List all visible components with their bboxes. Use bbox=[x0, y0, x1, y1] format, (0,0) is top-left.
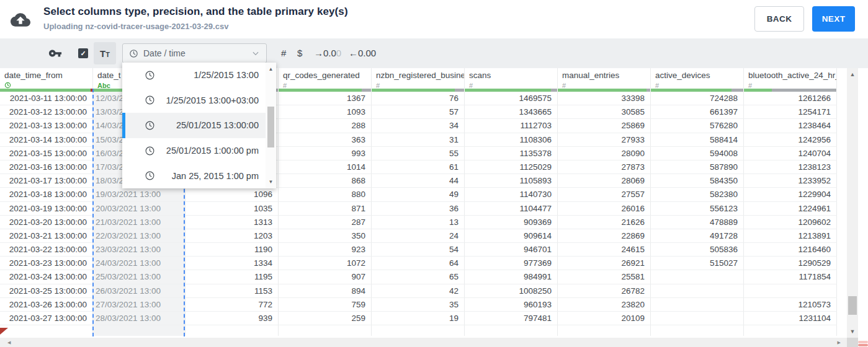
format-option[interactable]: 25/01/2015 13:00:00 bbox=[122, 113, 266, 138]
table-cell: 2021-03-19 13:00:00 bbox=[0, 202, 93, 216]
column-header-nzbn_registered_busine[interactable]: nzbn_registered_busine# bbox=[372, 68, 465, 89]
primary-key-icon[interactable] bbox=[48, 46, 62, 60]
table-cell: 2021-03-13 13:00:00 bbox=[0, 119, 93, 133]
page-title: Select columns type, precision, and the … bbox=[43, 6, 348, 18]
decrease-decimals-button[interactable]: →0.00 bbox=[314, 38, 341, 68]
table-cell: 2021-03-12 13:00:00 bbox=[0, 105, 93, 119]
table-cell: 2021-03-18 13:00:00 bbox=[0, 188, 93, 201]
table-cell: 478889 bbox=[651, 216, 744, 229]
table-cell: 2021-03-14 13:00:00 bbox=[0, 133, 93, 147]
table-cell: 33398 bbox=[558, 92, 651, 105]
back-button[interactable]: BACK bbox=[754, 6, 804, 32]
table-cell: 1233952 bbox=[744, 174, 837, 188]
table-cell: 1238123 bbox=[744, 160, 837, 174]
table-cell: 35 bbox=[372, 298, 465, 312]
table-cell: 19/03/2021 13:00 bbox=[93, 188, 186, 201]
scrollbar-corner bbox=[847, 338, 858, 347]
table-cell: 594008 bbox=[651, 147, 744, 160]
scroll-right-icon[interactable]: ▶ bbox=[838, 338, 841, 347]
table-cell: 28090 bbox=[558, 147, 651, 160]
table-cell: 24 bbox=[372, 229, 465, 243]
format-option[interactable]: Jan 25, 2015 1:00 pm bbox=[122, 163, 266, 188]
column-type: # bbox=[469, 81, 557, 89]
clock-icon bbox=[129, 49, 138, 58]
table-cell: 1105893 bbox=[465, 174, 558, 188]
column-header-manual_entries[interactable]: manual_entries# bbox=[558, 68, 651, 89]
table-cell: 27/03/2021 13:00 bbox=[93, 298, 186, 312]
clock-icon bbox=[145, 70, 155, 81]
vertical-scrollbar[interactable]: ▲ ▼ bbox=[847, 68, 858, 338]
increase-decimals-button[interactable]: ←0.00 bbox=[349, 38, 376, 68]
table-cell: 1195 bbox=[186, 270, 279, 284]
number-type-indicator: # bbox=[469, 82, 473, 89]
scroll-up-icon[interactable]: ▲ bbox=[847, 71, 858, 77]
table-cell: 1240704 bbox=[744, 147, 837, 160]
upload-status-text: Uploading nz-covid-tracer-usage-2021-03-… bbox=[43, 22, 228, 31]
table-cell: 2021-03-24 13:00:00 bbox=[0, 270, 93, 284]
scroll-down-icon[interactable]: ▼ bbox=[847, 328, 858, 335]
column-header-bluetooth_active_24_hr_[interactable]: bluetooth_active_24_hr_# bbox=[744, 68, 837, 89]
table-cell bbox=[744, 325, 837, 336]
table-cell: 2021-03-27 13:00:00 bbox=[0, 312, 93, 325]
menu-scrollbar[interactable]: ▲ ▼ bbox=[266, 63, 276, 188]
number-type-indicator: # bbox=[562, 82, 566, 89]
number-type-button[interactable]: # bbox=[281, 38, 286, 68]
table-cell: 1203 bbox=[186, 229, 279, 243]
format-option-label: 1/25/2015 13:00+03:00 bbox=[155, 95, 266, 105]
checkmark-icon: ✓ bbox=[80, 50, 86, 57]
table-cell: 54 bbox=[372, 243, 465, 257]
column-header-scans[interactable]: scans# bbox=[465, 68, 558, 89]
scroll-left-icon[interactable]: ◀ bbox=[7, 338, 11, 347]
column-header-qr_codes_generated[interactable]: qr_codes_generated# bbox=[279, 68, 372, 89]
column-type: # bbox=[562, 81, 650, 89]
table-cell: 1367 bbox=[279, 92, 372, 105]
table-cell: 287 bbox=[279, 216, 372, 229]
table-cell: 57 bbox=[372, 105, 465, 119]
table-cell: 2021-03-21 13:00:00 bbox=[0, 229, 93, 243]
scroll-down-icon[interactable]: ▼ bbox=[266, 179, 276, 185]
currency-type-button[interactable]: $ bbox=[297, 38, 302, 68]
table-cell: 1334 bbox=[186, 257, 279, 270]
column-header-date_time_from[interactable]: date_time_from bbox=[0, 68, 93, 89]
table-cell bbox=[372, 325, 465, 336]
column-type: # bbox=[376, 81, 464, 89]
table-cell: 977369 bbox=[465, 257, 558, 270]
clock-icon bbox=[145, 120, 155, 131]
table-cell: 871 bbox=[279, 202, 372, 216]
horizontal-scrollbar[interactable]: ◀ ▶ bbox=[0, 338, 847, 347]
format-option-label: 1/25/2015 13:00 bbox=[155, 70, 266, 80]
upload-cloud-icon bbox=[11, 10, 30, 30]
table-cell: 49 bbox=[372, 188, 465, 201]
clock-icon bbox=[145, 170, 155, 181]
table-cell: 505836 bbox=[651, 243, 744, 257]
table-row-empty bbox=[0, 325, 837, 336]
vertical-scrollbar-thumb[interactable] bbox=[848, 296, 857, 315]
datetime-format-select[interactable]: Date / time bbox=[122, 43, 267, 63]
table-cell: 1153 bbox=[186, 284, 279, 298]
table-cell: 2021-03-20 13:00:00 bbox=[0, 216, 93, 229]
page-header: Select columns type, precision, and the … bbox=[0, 0, 868, 38]
format-option[interactable]: 1/25/2015 13:00+03:00 bbox=[122, 88, 266, 113]
table-cell: 588414 bbox=[651, 133, 744, 147]
table-cell: 1209602 bbox=[744, 216, 837, 229]
table-cell: 772 bbox=[186, 298, 279, 312]
menu-scrollbar-thumb[interactable] bbox=[267, 107, 274, 147]
text-type-button[interactable]: Tt bbox=[94, 42, 116, 64]
format-option[interactable]: 25/01/2015 1:00:00 pm bbox=[122, 138, 266, 164]
table-cell: 42 bbox=[372, 284, 465, 298]
table-cell: 1072 bbox=[279, 257, 372, 270]
table-cell: 1008250 bbox=[465, 284, 558, 298]
format-option[interactable]: 1/25/2015 13:00 bbox=[122, 63, 266, 88]
column-header-active_devices[interactable]: active_devices# bbox=[651, 68, 744, 89]
table-cell: 584350 bbox=[651, 174, 744, 188]
scroll-up-icon[interactable]: ▲ bbox=[266, 66, 276, 72]
table-cell: 34 bbox=[372, 119, 465, 133]
table-cell bbox=[93, 325, 186, 336]
table-cell bbox=[651, 298, 744, 312]
boolean-type-checkbox[interactable]: ✓ bbox=[78, 48, 88, 58]
column-type: # bbox=[748, 81, 836, 89]
table-cell: 1093 bbox=[279, 105, 372, 119]
table-cell: 2021-03-15 13:00:00 bbox=[0, 147, 93, 160]
next-button[interactable]: NEXT bbox=[812, 6, 855, 32]
table-cell: 13 bbox=[372, 216, 465, 229]
